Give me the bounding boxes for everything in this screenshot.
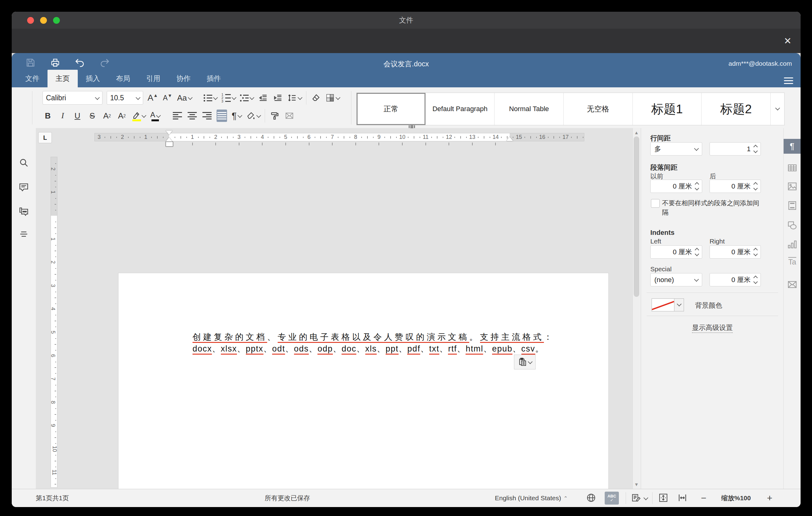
indent-left-spinner[interactable]: 0 厘米	[650, 245, 702, 259]
style-item[interactable]: Default Paragraph	[426, 93, 495, 125]
multilevel-list-icon[interactable]	[240, 92, 254, 104]
zoom-in-button[interactable]: +	[767, 489, 773, 507]
table-settings-icon[interactable]	[787, 163, 798, 174]
style-item[interactable]: 标题1	[633, 93, 702, 125]
advanced-settings-link[interactable]: 显示高级设置	[692, 324, 733, 333]
spell-check-toggle[interactable]: ABC✓	[605, 489, 619, 507]
header-footer-settings-icon[interactable]	[787, 200, 798, 211]
style-item[interactable]: 标题2	[701, 93, 771, 125]
zoom-level[interactable]: 缩放%100	[721, 489, 751, 507]
paste-options-button[interactable]	[514, 354, 535, 369]
horizontal-ruler[interactable]: 3211234567891011121314151617	[94, 133, 584, 141]
change-case-icon[interactable]: Aa	[177, 92, 192, 104]
font-size-select[interactable]: 10.5	[107, 91, 143, 105]
paragraph-settings-icon[interactable]: ¶	[784, 139, 801, 154]
italic-icon[interactable]: I	[57, 110, 68, 122]
align-center-icon[interactable]	[187, 110, 198, 122]
special-select[interactable]: (none)	[650, 273, 702, 286]
chart-settings-icon[interactable]	[787, 239, 798, 250]
scroll-down-icon[interactable]: ▼	[633, 481, 640, 488]
decrease-font-icon[interactable]: A▼	[162, 92, 173, 104]
ribbon-tab-布局[interactable]: 布局	[108, 70, 138, 87]
close-icon[interactable]: ✕	[781, 35, 794, 47]
ribbon-tab-主页[interactable]: 主页	[48, 70, 78, 87]
style-item[interactable]: 正常	[357, 93, 426, 125]
line-spacing-value-spinner[interactable]: 1	[709, 142, 761, 155]
shape-settings-icon[interactable]	[787, 220, 798, 231]
align-justify-icon[interactable]	[216, 110, 227, 122]
ribbon-tab-引用[interactable]: 引用	[138, 70, 169, 87]
ribbon-tab-文件[interactable]: 文件	[17, 70, 48, 87]
chevron-down-icon[interactable]	[674, 298, 684, 311]
bold-icon[interactable]: B	[42, 110, 53, 122]
image-settings-icon[interactable]	[787, 181, 798, 192]
style-gallery-more-icon[interactable]	[771, 93, 784, 125]
comments-icon[interactable]	[19, 182, 30, 193]
text-punctuation: 、	[483, 344, 492, 353]
paragraph-marks-icon[interactable]: ¶	[231, 110, 242, 122]
ruler-tick	[280, 137, 280, 138]
language-selector[interactable]: English (United States)⌃	[495, 489, 568, 507]
line-spacing-type-select[interactable]: 多	[650, 142, 702, 155]
no-space-between-checkbox[interactable]	[651, 199, 660, 208]
style-item[interactable]: Normal Table	[495, 93, 564, 125]
underline-icon[interactable]: U	[72, 110, 83, 122]
spacing-after-spinner[interactable]: 0 厘米	[709, 180, 761, 193]
spacing-before-spinner[interactable]: 0 厘米	[650, 180, 702, 193]
indent-right-spinner[interactable]: 0 厘米	[709, 245, 761, 259]
panel-divider	[647, 292, 778, 293]
fit-page-icon[interactable]	[658, 489, 669, 507]
superscript-icon[interactable]: A2	[102, 110, 112, 122]
line-spacing-icon[interactable]	[288, 92, 302, 104]
ribbon-tab-插入[interactable]: 插入	[78, 70, 108, 87]
numbered-list-icon[interactable]: 123	[222, 92, 236, 104]
shading-icon[interactable]	[325, 92, 340, 104]
vertical-ruler[interactable]: 211234567891011	[51, 157, 57, 488]
window-title: 文件	[12, 12, 801, 29]
ruler-number: 1	[191, 134, 194, 140]
search-icon[interactable]	[19, 157, 30, 169]
background-color-swatch[interactable]	[651, 298, 674, 311]
ruler-tick	[198, 137, 199, 138]
style-item[interactable]: 无空格	[564, 93, 633, 125]
font-color-icon[interactable]: A	[150, 110, 161, 122]
scrollbar-thumb[interactable]	[634, 136, 639, 297]
left-indent-marker[interactable]	[166, 137, 172, 142]
set-language-icon[interactable]	[586, 489, 597, 507]
tab-stop-selector[interactable]: L	[38, 132, 52, 143]
align-right-icon[interactable]	[202, 110, 212, 122]
highlight-color-icon[interactable]	[132, 110, 146, 122]
background-color-picker[interactable]	[651, 298, 684, 311]
subscript-icon[interactable]: A2	[117, 110, 127, 122]
strikethrough-icon[interactable]: S	[87, 110, 97, 122]
fit-width-icon[interactable]	[677, 489, 688, 507]
copy-style-icon[interactable]	[269, 110, 280, 122]
clear-style-icon[interactable]	[311, 92, 321, 104]
first-line-indent-marker[interactable]	[166, 131, 172, 135]
chat-icon[interactable]	[19, 206, 30, 217]
increase-indent-icon[interactable]	[273, 92, 283, 104]
bullet-list-icon[interactable]	[204, 92, 217, 104]
track-changes-button[interactable]	[631, 489, 647, 507]
text-art-settings-icon[interactable]: Ta	[787, 258, 798, 269]
font-name-select[interactable]: Calibri	[42, 91, 103, 105]
scroll-up-icon[interactable]: ▲	[633, 129, 640, 136]
mail-merge-settings-icon[interactable]	[787, 279, 798, 290]
hamburger-menu-icon[interactable]	[784, 76, 793, 83]
document-page[interactable]: 创建复杂的文档、专业的电子表格以及令人赞叹的演示文稿。支持主流格式： docx、…	[118, 273, 608, 489]
ribbon-tab-插件[interactable]: 插件	[199, 70, 229, 87]
left-indent-square-marker[interactable]	[166, 142, 173, 147]
ribbon-tab-协作[interactable]: 协作	[169, 70, 199, 87]
special-amount-spinner[interactable]: 0 厘米	[709, 273, 761, 286]
mail-merge-icon[interactable]	[284, 110, 295, 122]
page-count[interactable]: 第1页共1页	[36, 489, 69, 507]
no-space-between-label: 不要在相同样式的段落之间添加间隔	[662, 198, 764, 217]
increase-font-icon[interactable]: A▲	[147, 92, 158, 104]
paragraph-shading-icon[interactable]	[246, 110, 260, 122]
document-paragraph[interactable]: 创建复杂的文档、专业的电子表格以及令人赞叹的演示文稿。支持主流格式： docx、…	[193, 331, 537, 354]
decrease-indent-icon[interactable]	[258, 92, 268, 104]
right-indent-marker[interactable]	[506, 137, 513, 141]
align-left-icon[interactable]	[172, 110, 183, 122]
navigation-headings-icon[interactable]	[19, 229, 30, 240]
zoom-out-button[interactable]: −	[701, 489, 706, 507]
